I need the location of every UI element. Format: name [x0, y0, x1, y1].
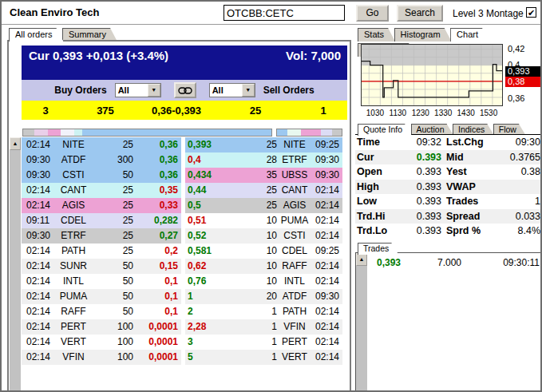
- x-tick-label: 1030: [364, 109, 386, 117]
- current-price-change: Cur 0,393 +0,013 (+3.4%): [29, 49, 168, 62]
- scroll-up-icon[interactable]: ▲: [10, 137, 21, 150]
- order-size: 25: [93, 198, 133, 213]
- buy-order-row[interactable]: 02:14RAFF500,1: [22, 304, 181, 319]
- market-maker-id: UBSS: [277, 168, 312, 183]
- link-panes-button[interactable]: [174, 82, 196, 98]
- order-time: 09:30: [22, 152, 53, 168]
- sell-order-row[interactable]: 0,58110CDEL09:25: [185, 244, 342, 259]
- tab-trades[interactable]: Trades: [358, 243, 398, 255]
- buy-filter-dropdown[interactable]: All ▼: [115, 83, 161, 97]
- order-time: 02:14: [22, 259, 53, 274]
- order-size: 300: [93, 152, 133, 168]
- quote-value: 0.393: [395, 180, 445, 195]
- trade-price: 0,393: [367, 255, 423, 271]
- sell-filter-dropdown[interactable]: All ▼: [209, 83, 255, 97]
- market-maker-id: SUNR: [53, 259, 93, 274]
- bid-price: 0,0001: [133, 319, 181, 335]
- top-bar: Clean Enviro Tech Go Search Level 3 Mont…: [2, 2, 540, 25]
- depth-segment: [301, 129, 320, 136]
- order-size: 28: [233, 152, 277, 168]
- buy-order-row[interactable]: 02:14VERT1000,0001: [22, 335, 181, 350]
- price-header: Cur 0,393 +0,013 (+3.4%) Vol: 7,000: [22, 46, 347, 80]
- order-time: 02:14: [312, 274, 342, 289]
- symbol-input[interactable]: [224, 5, 345, 21]
- bid-price: 0,15: [133, 259, 181, 274]
- sell-order-row[interactable]: 0,6210RAFF02:14: [185, 259, 342, 274]
- market-maker-id: INTL: [277, 274, 312, 289]
- order-time: 02:14: [22, 274, 53, 289]
- order-time: 02:14: [312, 213, 342, 228]
- buy-order-row[interactable]: 02:14INTL500,1: [22, 274, 181, 289]
- quote-info-row: Low0.393Trades1: [355, 194, 542, 209]
- sell-order-row[interactable]: 21PATH02:14: [185, 304, 342, 319]
- level3-montage-checkbox[interactable]: ✔: [526, 7, 536, 18]
- order-size: 100: [93, 335, 133, 350]
- sell-order-row[interactable]: 0,5210CSTI02:14: [185, 228, 342, 244]
- market-maker-id: VERT: [277, 350, 312, 365]
- order-time: 02:14: [22, 137, 53, 152]
- bid-price: 0,1: [133, 274, 181, 289]
- ask-price: 0,434: [185, 168, 233, 183]
- buy-order-row[interactable]: 09:30ATDF3000,36: [22, 152, 181, 168]
- trades-scrollbar[interactable]: ▲: [356, 253, 367, 392]
- search-button[interactable]: Search: [397, 5, 443, 22]
- order-size: 50: [93, 168, 133, 183]
- order-time: 02:14: [312, 319, 342, 335]
- buy-order-row[interactable]: 02:14NITE250,36: [22, 137, 181, 152]
- y-tick-label: 0,42: [508, 44, 524, 53]
- market-maker-id: ETRF: [53, 228, 93, 244]
- buy-order-row[interactable]: 09:30CSTI500,36: [22, 168, 181, 183]
- depth-segment: [61, 129, 74, 136]
- sell-order-row[interactable]: 120ATDF09:30: [185, 289, 342, 304]
- tab-all-orders[interactable]: All orders: [9, 28, 63, 42]
- buy-order-row[interactable]: 02:14SUNR500,15: [22, 259, 181, 274]
- bid-price: 0,36: [133, 137, 181, 152]
- sell-order-row[interactable]: 0,7610INTL02:14: [185, 274, 342, 289]
- order-size: 50: [93, 274, 133, 289]
- order-time: 02:14: [312, 304, 342, 319]
- sell-order-row[interactable]: 0,428ETRF09:30: [185, 152, 342, 168]
- buy-order-row[interactable]: 02:14PERT1000,0001: [22, 319, 181, 335]
- order-size: 100: [93, 350, 133, 365]
- order-time: 02:14: [22, 350, 53, 365]
- scroll-up-icon[interactable]: ▲: [356, 253, 367, 266]
- bid-price: 0,36: [133, 168, 181, 183]
- buy-order-row[interactable]: 02:14PATH250,2: [22, 244, 181, 259]
- tab-chart[interactable]: Chart: [450, 28, 489, 42]
- sell-order-row[interactable]: 31PERT02:14: [185, 335, 342, 350]
- order-filter-bar: Buy Orders All ▼ All ▼ Sell Orders: [22, 80, 347, 101]
- order-size: 35: [233, 168, 277, 183]
- depth-segment: [34, 129, 48, 136]
- buy-order-row[interactable]: 02:14CANT250,35: [22, 183, 181, 198]
- buy-order-row[interactable]: 09:30ETRF250,27: [22, 228, 181, 244]
- buy-order-row[interactable]: 02:14AGIS250,33: [22, 198, 181, 213]
- ask-price: 5: [185, 350, 233, 365]
- sell-orders-label: Sell Orders: [263, 85, 315, 96]
- quote-value: 0.393: [395, 209, 445, 224]
- sell-order-row[interactable]: 2,281VFIN02:14: [185, 319, 342, 335]
- sell-order-row[interactable]: 0,39325NITE09:25: [185, 137, 342, 152]
- market-maker-id: VFIN: [53, 350, 93, 365]
- sell-order-row[interactable]: 0,5110PUMA02:14: [185, 213, 342, 228]
- sell-order-row[interactable]: 0,4425CANT02:14: [185, 183, 342, 198]
- order-time: 02:14: [312, 350, 342, 365]
- buy-order-row[interactable]: 02:14PUMA500,1: [22, 289, 181, 304]
- sell-order-row[interactable]: 0,525AGIS02:14: [185, 198, 342, 213]
- sell-order-row[interactable]: 51VERT02:14: [185, 350, 342, 365]
- sell-total-size: 25: [212, 105, 299, 117]
- buy-order-row[interactable]: 09:11CDEL250,282: [22, 213, 181, 228]
- price-chart-plot: [361, 44, 503, 106]
- go-button[interactable]: Go: [356, 5, 389, 22]
- chevron-down-icon[interactable]: ▼: [148, 84, 160, 97]
- inside-quote-bar: 3 375 0,36-0,393 25 1: [22, 101, 347, 120]
- orders-scrollbar[interactable]: ▲: [10, 137, 21, 391]
- buy-order-row[interactable]: 02:14VFIN1000,0001: [22, 350, 181, 365]
- quote-info-row: High0.393VWAP: [355, 180, 542, 195]
- chain-link-icon: [178, 86, 192, 95]
- chevron-down-icon[interactable]: ▼: [242, 84, 255, 97]
- level3-montage-label: Level 3 Montage: [453, 8, 524, 19]
- order-time: 09:30: [312, 168, 342, 183]
- tab-quote-info[interactable]: Quote Info: [358, 124, 412, 136]
- buy-total-size: 375: [69, 105, 141, 117]
- sell-order-row[interactable]: 0,43435UBSS09:30: [185, 168, 342, 183]
